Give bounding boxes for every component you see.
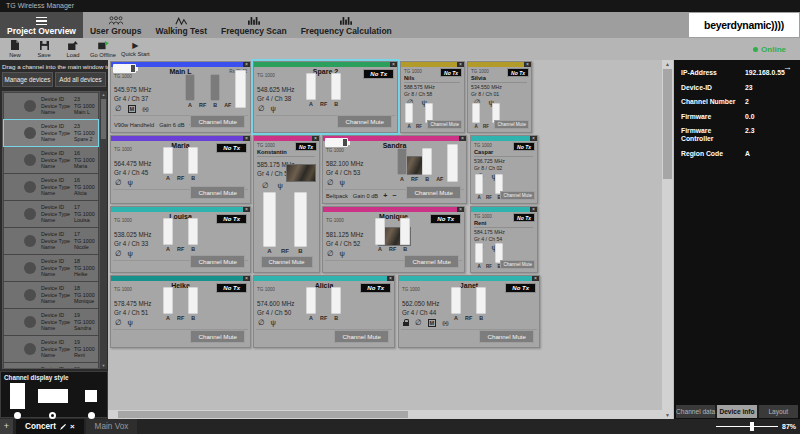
avatar: [24, 127, 36, 139]
close-icon[interactable]: ×: [532, 276, 539, 281]
scrollbar-thumb[interactable]: [101, 99, 106, 139]
channel-mute-button[interactable]: Channel Mute: [190, 330, 245, 343]
close-icon[interactable]: ×: [530, 136, 537, 141]
device-list-item[interactable]: Device ID18 Device TypeTG 1000 NameHeike: [4, 255, 98, 281]
channel-mute-button[interactable]: Channel Mute: [500, 260, 535, 269]
device-list-item[interactable]: Device ID23 Device TypeTG 1000 NameMain …: [4, 93, 98, 119]
close-icon[interactable]: ×: [457, 62, 464, 67]
project-tab[interactable]: Concert ×: [16, 419, 84, 434]
device-list-item[interactable]: Device ID19 Device TypeTG 1000 NameSandr…: [4, 309, 98, 335]
close-icon[interactable]: ×: [390, 62, 397, 67]
device-list-item[interactable]: Device ID19 Device TypeTG 1000 NameReni: [4, 336, 98, 362]
horizontal-scrollbar[interactable]: [108, 410, 662, 419]
device-list-item[interactable]: Device ID17 Device TypeTG 1000 NameLouis…: [4, 201, 98, 227]
channel-card[interactable]: × TG 1000 Maria No Tx 564.475 MHz Gr 4 /…: [110, 135, 251, 204]
zoom-slider-thumb[interactable]: [750, 422, 754, 431]
channel-mute-button[interactable]: Channel Mute: [260, 256, 312, 268]
add-all-devices-button[interactable]: Add all devices: [55, 72, 106, 87]
scroll-down-icon[interactable]: ▼: [100, 363, 107, 368]
close-icon[interactable]: ×: [387, 276, 394, 281]
channel-card[interactable]: × TG 1000 Silvia No Tx 534.550 MHz Gr 8 …: [467, 61, 532, 133]
antenna-off-icon: ∅: [415, 319, 422, 327]
scroll-up-icon[interactable]: ▲: [662, 61, 673, 67]
manage-devices-button[interactable]: Manage devices: [2, 72, 53, 87]
nav-tab[interactable]: User Groups: [83, 12, 149, 38]
channel-mute-button[interactable]: Channel Mute: [427, 120, 462, 129]
channel-canvas[interactable]: × TG 1000 Main L Rx Ch42 545.975 MHz Gr …: [108, 60, 662, 410]
channel-mute-button[interactable]: Channel Mute: [404, 255, 459, 268]
display-style-radio[interactable]: [88, 412, 95, 419]
channel-mute-button[interactable]: Channel Mute: [190, 186, 245, 199]
panel-tab[interactable]: Layout: [759, 405, 798, 418]
channel-card[interactable]: × TG 1000 Spare 2 No Tx 548.625 MHz Gr 4…: [253, 61, 398, 133]
display-style-option-small[interactable]: [85, 390, 97, 402]
nav-tab[interactable]: Frequency Scan: [214, 12, 294, 38]
device-list-item[interactable]: Device ID17 Device TypeTG 1000 NameNicol…: [4, 228, 98, 254]
close-icon[interactable]: ×: [243, 276, 250, 281]
channel-card[interactable]: × TG 1000 Heike No Tx 578.475 MHz Gr 4 /…: [110, 275, 251, 348]
vertical-scrollbar[interactable]: ▲ ▼: [662, 60, 673, 419]
device-list-item[interactable]: Device ID18 Device TypeTG 1000 NameMoniq…: [4, 282, 98, 308]
toolbar-button[interactable]: ▶ Quick Start: [121, 38, 150, 60]
panel-tab[interactable]: Channel data: [676, 405, 715, 418]
close-icon[interactable]: ×: [312, 136, 319, 141]
display-style-radio[interactable]: [14, 412, 21, 419]
display-style-option-tall[interactable]: [10, 383, 25, 409]
channel-mute-button[interactable]: Channel Mute: [190, 115, 245, 128]
avatar: [24, 181, 36, 193]
antenna-icon: ψ: [128, 179, 133, 187]
pencil-icon[interactable]: [60, 424, 66, 430]
avatar: [24, 289, 36, 301]
channel-mute-button[interactable]: Channel Mute: [337, 115, 392, 128]
channel-card[interactable]: × TG 1000 Caspar No Tx 536.725 MHz Gr 8 …: [470, 135, 538, 204]
device-list-item[interactable]: Device ID23 Device TypeTG 1000 NameSpare…: [4, 120, 98, 146]
project-tab[interactable]: Main Vox: [86, 419, 138, 434]
toolbar-button[interactable]: New: [3, 38, 27, 60]
antenna-off-icon: ∅: [258, 319, 265, 327]
nav-tab[interactable]: Frequency Calculation: [294, 12, 399, 38]
toolbar-button[interactable]: Save: [32, 38, 56, 60]
channel-card[interactable]: × TG 1000 Monique No Tx 581.125 MHz Gr 4…: [322, 206, 465, 273]
gain-up-button[interactable]: +: [383, 193, 387, 199]
channel-mute-button[interactable]: Channel Mute: [190, 255, 245, 268]
channel-card[interactable]: × TG 1000 Sandra 582.100 MHz Gr 4 / Ch 5…: [322, 135, 467, 204]
toolbar-button[interactable]: Go Offline: [90, 38, 116, 60]
close-icon[interactable]: ×: [530, 207, 537, 212]
channel-mute-button[interactable]: Channel Mute: [334, 330, 389, 343]
scrollbar-thumb[interactable]: [663, 69, 672, 179]
device-list-item[interactable]: Device ID20 Device TypeTG 1000 Name: [4, 363, 98, 369]
close-icon[interactable]: ×: [70, 423, 75, 431]
channel-card[interactable]: × TG 1000 Reni No Tx 584.175 MHz Gr 4 / …: [470, 206, 538, 273]
zoom-slider[interactable]: [716, 426, 778, 428]
channel-card[interactable]: × TG 1000 Nils No Tx 588.575 MHz Gr 8 / …: [400, 61, 465, 133]
nav-tab[interactable]: Project Overview: [0, 12, 83, 38]
scroll-down-icon[interactable]: ▼: [662, 412, 673, 418]
add-project-button[interactable]: +: [0, 419, 13, 434]
device-list-item[interactable]: Device ID16 Device TypeTG 1000 NameMaria: [4, 147, 98, 173]
channel-mute-button[interactable]: Channel Mute: [479, 330, 534, 343]
display-style-radio[interactable]: [49, 412, 56, 419]
toolbar-button[interactable]: Load: [61, 38, 85, 60]
close-icon[interactable]: ×: [243, 207, 250, 212]
channel-card[interactable]: × TG 1000 Louisa No Tx 538.025 MHz Gr 4 …: [110, 206, 251, 273]
channel-card[interactable]: × TG 1000 Main L Rx Ch42 545.975 MHz Gr …: [110, 61, 251, 133]
close-icon[interactable]: ×: [524, 62, 531, 67]
channel-mute-button[interactable]: Channel Mute: [494, 120, 529, 129]
panel-tab[interactable]: Device info: [717, 405, 756, 418]
channel-card[interactable]: × TG 1000 Janet No Tx 562.050 MHz Gr 4 /…: [398, 275, 540, 348]
close-icon[interactable]: ×: [459, 136, 466, 141]
channel-mute-button[interactable]: Channel Mute: [500, 191, 535, 200]
scroll-up-icon[interactable]: ▲: [100, 92, 107, 97]
close-icon[interactable]: ×: [243, 136, 250, 141]
device-list-scrollbar[interactable]: ▲ ▼: [100, 91, 107, 369]
device-list-item[interactable]: Device ID16 Device TypeTG 1000 NameAlici…: [4, 174, 98, 200]
close-icon[interactable]: ×: [243, 62, 250, 67]
close-icon[interactable]: ×: [457, 207, 464, 212]
scrollbar-thumb[interactable]: [118, 411, 408, 418]
channel-card[interactable]: × TG 1000 Alicia No Tx 574.600 MHz Gr 4 …: [253, 275, 395, 348]
channel-card[interactable]: × TG 1000 Konstantin No Tx 585.175 MHz G…: [253, 135, 320, 273]
display-style-option-wide[interactable]: [38, 389, 68, 403]
gain-down-button[interactable]: −: [392, 193, 396, 199]
channel-mute-button[interactable]: Channel Mute: [406, 186, 461, 199]
nav-tab[interactable]: Walking Test: [148, 12, 213, 38]
